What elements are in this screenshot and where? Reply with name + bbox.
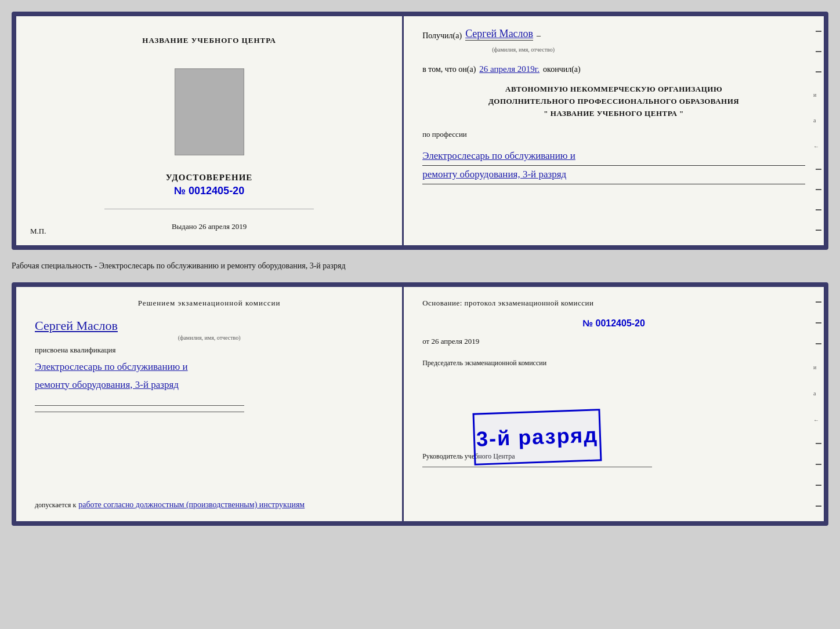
- osnovanie-text: Основание: протокол экзаменационной коми…: [422, 299, 805, 308]
- vtom-label: в том, что он(а): [422, 65, 476, 74]
- stamp-text: 3-й разряд: [476, 423, 599, 451]
- stamp: 3-й разряд: [473, 409, 602, 466]
- specialty-label: Рабочая специальность - Электрослесарь п…: [12, 259, 828, 273]
- bottom-left-panel: Решением экзаменационной комиссии Сергей…: [16, 287, 404, 521]
- edge-mark-b5: [816, 464, 821, 465]
- bottom-right-panel: Основание: протокол экзаменационной коми…: [404, 287, 824, 521]
- edge-text-i: и: [813, 92, 824, 98]
- edge-text-barrow: ←: [813, 417, 824, 423]
- right-edge-marks-bottom: и а ←: [813, 287, 824, 521]
- dopuskaetsya-value: работе согласно должностным (производств…: [78, 500, 305, 509]
- bottom-certificate-card: Решением экзаменационной комиссии Сергей…: [12, 282, 828, 526]
- protocol-date: 26 апреля 2019: [431, 337, 479, 346]
- cert-left-panel: НАЗВАНИЕ УЧЕБНОГО ЦЕНТРА УДОСТОВЕРЕНИЕ №…: [16, 16, 404, 245]
- right-edge-marks-top: и а ←: [813, 16, 824, 245]
- edge-text-bi: и: [813, 364, 824, 370]
- vtom-date: 26 апреля 2019г.: [479, 64, 540, 74]
- ot-date-line: от 26 апреля 2019: [422, 337, 805, 346]
- resheniem-text: Решением экзаменационной комиссии: [35, 299, 383, 308]
- protocol-number: № 0012405-20: [422, 318, 805, 329]
- qualification-line-1: Электрослесарь по обслуживанию и: [35, 358, 383, 376]
- signature-line-1: [35, 405, 244, 406]
- org-line-3: " НАЗВАНИЕ УЧЕБНОГО ЦЕНТРА ": [422, 108, 805, 120]
- vydano-label: Выдано: [172, 222, 197, 231]
- edge-mark-b4: [816, 443, 821, 444]
- edge-mark-4: [816, 169, 821, 170]
- edge-text-a: а: [813, 117, 824, 123]
- edge-mark-b3: [816, 343, 821, 344]
- cert-right-panel: Получил(а) Сергей Маслов – (фамилия, имя…: [404, 16, 824, 245]
- edge-mark-6: [816, 209, 821, 210]
- fio-subtitle-bottom: (фамилия, имя, отчество): [35, 335, 383, 341]
- edge-mark-1: [816, 31, 821, 32]
- profession-line-2: ремонту оборудования, 3-й разряд: [422, 166, 805, 184]
- edge-mark-b2: [816, 322, 821, 323]
- top-certificate-card: НАЗВАНИЕ УЧЕБНОГО ЦЕНТРА УДОСТОВЕРЕНИЕ №…: [12, 12, 828, 250]
- mp-label: М.П.: [30, 227, 46, 236]
- profession-block: Электрослесарь по обслуживанию и ремонту…: [422, 147, 805, 184]
- org-line-1: АВТОНОМНУЮ НЕКОММЕРЧЕСКУЮ ОРГАНИЗАЦИЮ: [422, 83, 805, 96]
- poluchil-label: Получил(а): [422, 31, 462, 41]
- fio-subtitle-top: (фамилия, имя, отчество): [492, 46, 805, 53]
- document-title: УДОСТОВЕРЕНИЕ: [166, 173, 253, 183]
- edge-mark-b7: [816, 506, 821, 507]
- recipient-name-top: Сергей Маслов: [465, 28, 533, 41]
- dopuskaetsya-block: допускается к работе согласно должностны…: [35, 488, 383, 510]
- dopuskaetsya-label: допускается к: [35, 501, 76, 509]
- recipient-name-bottom: Сергей Маслов: [35, 318, 383, 333]
- vydano-line: Выдано 26 апреля 2019: [172, 222, 247, 231]
- edge-mark-2: [816, 51, 821, 52]
- edge-mark-3: [816, 71, 821, 72]
- edge-mark-b6: [816, 485, 821, 486]
- qualification-line-2: ремонту оборудования, 3-й разряд: [35, 376, 383, 394]
- okonchil-label: окончил(а): [543, 65, 581, 74]
- edge-text-ba: а: [813, 390, 824, 397]
- edge-text-arrow: ←: [813, 143, 824, 150]
- edge-mark-7: [816, 230, 821, 231]
- qualification-block: Электрослесарь по обслуживанию и ремонту…: [35, 358, 383, 394]
- org-line-2: ДОПОЛНИТЕЛЬНОГО ПРОФЕССИОНАЛЬНОГО ОБРАЗО…: [422, 96, 805, 108]
- org-title-top: НАЗВАНИЕ УЧЕБНОГО ЦЕНТРА: [142, 36, 276, 45]
- prisvoena-text: присвоена квалификация: [35, 346, 383, 355]
- vydano-date: 26 апреля 2019: [198, 222, 247, 231]
- bottom-name-row: Сергей Маслов (фамилия, имя, отчество): [35, 314, 383, 344]
- ot-label: от: [422, 337, 429, 346]
- profession-line-1: Электрослесарь по обслуживанию и: [422, 147, 805, 166]
- edge-mark-b1: [816, 301, 821, 303]
- po-professii-label: по профессии: [422, 130, 805, 139]
- predsedatel-text: Председатель экзаменационной комиссии: [422, 359, 805, 368]
- org-block: АВТОНОМНУЮ НЕКОММЕРЧЕСКУЮ ОРГАНИЗАЦИЮ ДО…: [422, 83, 805, 119]
- vtom-row: в том, что он(а) 26 апреля 2019г. окончи…: [422, 64, 805, 74]
- dash-top: –: [537, 31, 541, 41]
- edge-mark-5: [816, 189, 821, 190]
- poluchil-row: Получил(а) Сергей Маслов –: [422, 28, 805, 41]
- rukovoditel-signature-line: [422, 467, 652, 467]
- photo-placeholder: [175, 68, 244, 155]
- signature-line-2: [35, 412, 244, 412]
- document-number: № 0012405-20: [174, 185, 244, 197]
- page-wrapper: НАЗВАНИЕ УЧЕБНОГО ЦЕНТРА УДОСТОВЕРЕНИЕ №…: [12, 12, 828, 526]
